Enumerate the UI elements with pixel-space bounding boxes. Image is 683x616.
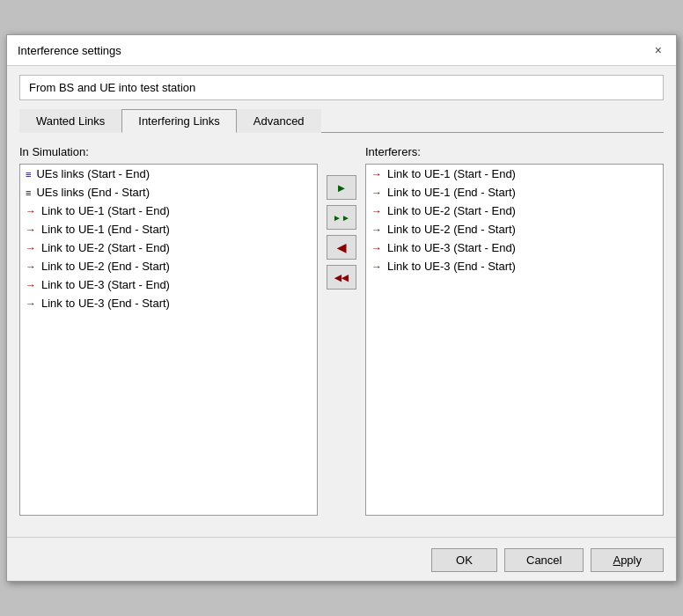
link-icon: → — [26, 297, 36, 310]
multi-link-icon: ≡ — [26, 187, 31, 198]
simulation-list-item[interactable]: →Link to UE-1 (Start - End) — [20, 202, 317, 220]
tabs-bar: Wanted Links Interfering Links Advanced — [19, 109, 664, 133]
move-left-all-button[interactable]: ◀◀ — [327, 265, 356, 290]
simulation-list-item[interactable]: →Link to UE-3 (End - Start) — [20, 294, 317, 312]
simulation-list-item[interactable]: →Link to UE-1 (End - Start) — [20, 220, 317, 238]
from-label: From BS and UE into test station — [19, 75, 664, 100]
arrow-right-double-icon: ►► — [333, 213, 350, 223]
interferers-list-item[interactable]: →Link to UE-2 (End - Start) — [366, 220, 663, 238]
content-area: In Simulation: ≡UEs links (Start - End)≡… — [19, 145, 664, 516]
simulation-list-item[interactable]: →Link to UE-3 (Start - End) — [20, 275, 317, 294]
simulation-list-item[interactable]: →Link to UE-2 (Start - End) — [20, 238, 317, 257]
tab-wanted-links[interactable]: Wanted Links — [19, 109, 121, 133]
interferers-label: Interferers: — [365, 145, 664, 158]
interference-settings-dialog: Interference settings × From BS and UE i… — [6, 34, 677, 582]
tab-advanced[interactable]: Advanced — [237, 109, 321, 133]
dialog-body: From BS and UE into test station Wanted … — [7, 66, 676, 528]
move-left-button[interactable]: ◀ — [327, 235, 356, 260]
interferers-list-item[interactable]: →Link to UE-3 (Start - End) — [366, 238, 663, 257]
footer: OK Cancel Apply — [7, 537, 676, 581]
link-icon: → — [371, 224, 382, 236]
title-bar: Interference settings × — [7, 35, 676, 66]
arrow-left-double-icon: ◀◀ — [334, 273, 349, 282]
interferers-list-item[interactable]: →Link to UE-2 (Start - End) — [366, 202, 663, 220]
link-icon: → — [371, 260, 382, 273]
simulation-list-item[interactable]: ≡UEs links (End - Start) — [20, 183, 317, 202]
interferers-list-item[interactable]: →Link to UE-3 (End - Start) — [366, 257, 663, 275]
move-right-button[interactable]: ► — [327, 175, 356, 200]
simulation-list-item[interactable]: →Link to UE-2 (End - Start) — [20, 257, 317, 275]
simulation-panel: In Simulation: ≡UEs links (Start - End)≡… — [19, 145, 318, 516]
interferers-panel: Interferers: →Link to UE-1 (Start - End)… — [365, 145, 664, 516]
link-icon: → — [26, 224, 36, 236]
multi-link-icon: ≡ — [26, 169, 31, 180]
arrows-panel: ► ►► ◀ ◀◀ — [327, 170, 356, 290]
close-button[interactable]: × — [651, 42, 665, 58]
interferers-list[interactable]: →Link to UE-1 (Start - End)→Link to UE-1… — [365, 164, 664, 516]
interferers-list-item[interactable]: →Link to UE-1 (End - Start) — [366, 183, 663, 202]
simulation-list[interactable]: ≡UEs links (Start - End)≡UEs links (End … — [19, 164, 318, 516]
link-icon: → — [26, 242, 36, 254]
ok-button[interactable]: OK — [431, 548, 497, 572]
simulation-label: In Simulation: — [19, 145, 318, 158]
link-icon: → — [371, 205, 382, 217]
link-icon: → — [371, 187, 382, 199]
link-icon: → — [26, 279, 36, 291]
link-icon: → — [371, 168, 382, 180]
dialog-title: Interference settings — [18, 44, 121, 57]
apply-underline: A — [613, 554, 621, 567]
apply-rest: pply — [621, 554, 642, 567]
cancel-button[interactable]: Cancel — [504, 548, 584, 572]
move-right-all-button[interactable]: ►► — [327, 205, 356, 230]
link-icon: → — [26, 205, 36, 217]
link-icon: → — [26, 260, 36, 273]
link-icon: → — [371, 242, 382, 254]
arrow-right-icon: ► — [336, 181, 348, 194]
arrow-left-icon: ◀ — [337, 241, 346, 254]
interferers-list-item[interactable]: →Link to UE-1 (Start - End) — [366, 165, 663, 183]
tab-interfering-links[interactable]: Interfering Links — [121, 109, 237, 133]
apply-button[interactable]: Apply — [591, 548, 664, 572]
simulation-list-item[interactable]: ≡UEs links (Start - End) — [20, 165, 317, 183]
